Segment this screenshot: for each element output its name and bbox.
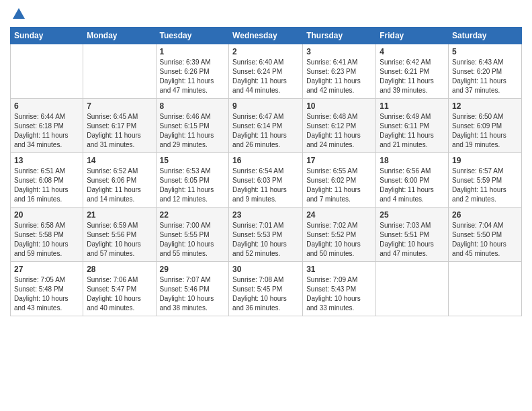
header-row: SundayMondayTuesdayWednesdayThursdayFrid…	[11, 28, 522, 44]
day-info: Sunrise: 6:48 AMSunset: 6:12 PMDaylight:…	[306, 112, 372, 150]
week-row-2: 6Sunrise: 6:44 AMSunset: 6:18 PMDaylight…	[11, 99, 522, 153]
day-info: Sunrise: 6:57 AMSunset: 5:59 PMDaylight:…	[452, 167, 518, 204]
page: SundayMondayTuesdayWednesdayThursdayFrid…	[0, 0, 532, 411]
header-cell-friday: Friday	[376, 28, 449, 44]
day-cell: 17Sunrise: 6:55 AMSunset: 6:02 PMDayligh…	[303, 153, 376, 208]
day-number: 2	[232, 47, 299, 56]
day-cell: 4Sunrise: 6:42 AMSunset: 6:21 PMDaylight…	[376, 44, 449, 99]
day-info: Sunrise: 6:42 AMSunset: 6:21 PMDaylight:…	[380, 58, 445, 95]
day-cell: 24Sunrise: 7:02 AMSunset: 5:52 PMDayligh…	[303, 208, 376, 262]
week-row-1: 1Sunrise: 6:39 AMSunset: 6:26 PMDaylight…	[11, 44, 522, 99]
day-info: Sunrise: 7:05 AMSunset: 5:48 PMDaylight:…	[14, 275, 79, 313]
day-cell: 12Sunrise: 6:50 AMSunset: 6:09 PMDayligh…	[449, 99, 522, 153]
day-cell: 10Sunrise: 6:48 AMSunset: 6:12 PMDayligh…	[303, 99, 376, 153]
day-info: Sunrise: 6:40 AMSunset: 6:24 PMDaylight:…	[232, 58, 299, 95]
day-number: 1	[160, 47, 226, 56]
day-number: 25	[380, 210, 445, 220]
day-number: 22	[160, 210, 226, 220]
day-cell: 3Sunrise: 6:41 AMSunset: 6:23 PMDaylight…	[303, 44, 376, 99]
day-info: Sunrise: 6:39 AMSunset: 6:26 PMDaylight:…	[160, 58, 226, 95]
day-cell: 11Sunrise: 6:49 AMSunset: 6:11 PMDayligh…	[376, 99, 449, 153]
day-info: Sunrise: 6:45 AMSunset: 6:17 PMDaylight:…	[87, 112, 152, 150]
day-cell: 30Sunrise: 7:08 AMSunset: 5:45 PMDayligh…	[229, 262, 303, 316]
day-number: 31	[306, 265, 372, 274]
day-number: 4	[380, 47, 445, 56]
day-info: Sunrise: 7:03 AMSunset: 5:51 PMDaylight:…	[380, 221, 445, 259]
day-number: 6	[14, 101, 79, 111]
day-info: Sunrise: 7:08 AMSunset: 5:45 PMDaylight:…	[232, 275, 299, 313]
day-cell: 31Sunrise: 7:09 AMSunset: 5:43 PMDayligh…	[303, 262, 376, 316]
day-number: 13	[14, 156, 79, 165]
svg-marker-0	[13, 8, 25, 19]
day-number: 3	[306, 47, 372, 56]
header-cell-sunday: Sunday	[11, 28, 83, 44]
day-info: Sunrise: 7:07 AMSunset: 5:46 PMDaylight:…	[160, 275, 226, 313]
day-info: Sunrise: 7:02 AMSunset: 5:52 PMDaylight:…	[306, 221, 372, 259]
day-cell: 7Sunrise: 6:45 AMSunset: 6:17 PMDaylight…	[83, 99, 156, 153]
day-cell: 2Sunrise: 6:40 AMSunset: 6:24 PMDaylight…	[229, 44, 303, 99]
day-number: 8	[160, 101, 226, 111]
day-cell: 19Sunrise: 6:57 AMSunset: 5:59 PMDayligh…	[449, 153, 522, 208]
day-number: 24	[306, 210, 372, 220]
day-number: 10	[306, 101, 372, 111]
header	[10, 7, 522, 21]
day-cell: 14Sunrise: 6:52 AMSunset: 6:06 PMDayligh…	[83, 153, 156, 208]
day-cell: 16Sunrise: 6:54 AMSunset: 6:03 PMDayligh…	[229, 153, 303, 208]
day-cell	[376, 262, 449, 316]
day-info: Sunrise: 6:59 AMSunset: 5:56 PMDaylight:…	[87, 221, 152, 259]
day-number: 17	[306, 156, 372, 165]
day-cell	[449, 262, 522, 316]
day-number: 29	[160, 265, 226, 274]
header-cell-saturday: Saturday	[449, 28, 522, 44]
day-number: 27	[14, 265, 79, 274]
day-cell: 8Sunrise: 6:46 AMSunset: 6:15 PMDaylight…	[156, 99, 229, 153]
day-info: Sunrise: 6:49 AMSunset: 6:11 PMDaylight:…	[380, 112, 445, 150]
day-info: Sunrise: 6:55 AMSunset: 6:02 PMDaylight:…	[306, 167, 372, 204]
day-number: 23	[232, 210, 299, 220]
day-info: Sunrise: 6:56 AMSunset: 6:00 PMDaylight:…	[380, 167, 445, 204]
day-info: Sunrise: 6:44 AMSunset: 6:18 PMDaylight:…	[14, 112, 79, 150]
logo	[10, 7, 26, 21]
day-cell: 28Sunrise: 7:06 AMSunset: 5:47 PMDayligh…	[83, 262, 156, 316]
day-number: 15	[160, 156, 226, 165]
day-cell: 9Sunrise: 6:47 AMSunset: 6:14 PMDaylight…	[229, 99, 303, 153]
day-number: 18	[380, 156, 445, 165]
day-number: 14	[87, 156, 152, 165]
day-info: Sunrise: 6:43 AMSunset: 6:20 PMDaylight:…	[452, 58, 518, 95]
day-number: 30	[232, 265, 299, 274]
day-info: Sunrise: 6:47 AMSunset: 6:14 PMDaylight:…	[232, 112, 299, 150]
day-cell: 6Sunrise: 6:44 AMSunset: 6:18 PMDaylight…	[11, 99, 83, 153]
day-cell: 20Sunrise: 6:58 AMSunset: 5:58 PMDayligh…	[11, 208, 83, 262]
day-cell: 23Sunrise: 7:01 AMSunset: 5:53 PMDayligh…	[229, 208, 303, 262]
day-info: Sunrise: 6:54 AMSunset: 6:03 PMDaylight:…	[232, 167, 299, 204]
day-cell: 29Sunrise: 7:07 AMSunset: 5:46 PMDayligh…	[156, 262, 229, 316]
header-cell-wednesday: Wednesday	[229, 28, 303, 44]
day-number: 19	[452, 156, 518, 165]
day-info: Sunrise: 6:50 AMSunset: 6:09 PMDaylight:…	[452, 112, 518, 150]
day-info: Sunrise: 6:53 AMSunset: 6:05 PMDaylight:…	[160, 167, 226, 204]
day-cell	[83, 44, 156, 99]
day-cell: 21Sunrise: 6:59 AMSunset: 5:56 PMDayligh…	[83, 208, 156, 262]
day-info: Sunrise: 7:01 AMSunset: 5:53 PMDaylight:…	[232, 221, 299, 259]
day-number: 5	[452, 47, 518, 56]
day-cell: 15Sunrise: 6:53 AMSunset: 6:05 PMDayligh…	[156, 153, 229, 208]
day-cell: 13Sunrise: 6:51 AMSunset: 6:08 PMDayligh…	[11, 153, 83, 208]
header-cell-thursday: Thursday	[303, 28, 376, 44]
day-number: 26	[452, 210, 518, 220]
day-cell: 26Sunrise: 7:04 AMSunset: 5:50 PMDayligh…	[449, 208, 522, 262]
day-number: 20	[14, 210, 79, 220]
day-info: Sunrise: 7:00 AMSunset: 5:55 PMDaylight:…	[160, 221, 226, 259]
day-number: 28	[87, 265, 152, 274]
day-number: 9	[232, 101, 299, 111]
day-info: Sunrise: 6:46 AMSunset: 6:15 PMDaylight:…	[160, 112, 226, 150]
day-cell: 22Sunrise: 7:00 AMSunset: 5:55 PMDayligh…	[156, 208, 229, 262]
week-row-4: 20Sunrise: 6:58 AMSunset: 5:58 PMDayligh…	[11, 208, 522, 262]
day-info: Sunrise: 6:51 AMSunset: 6:08 PMDaylight:…	[14, 167, 79, 204]
day-info: Sunrise: 6:52 AMSunset: 6:06 PMDaylight:…	[87, 167, 152, 204]
day-info: Sunrise: 6:41 AMSunset: 6:23 PMDaylight:…	[306, 58, 372, 95]
logo-icon	[11, 7, 26, 21]
day-number: 12	[452, 101, 518, 111]
calendar-table: SundayMondayTuesdayWednesdayThursdayFrid…	[10, 27, 522, 316]
day-cell: 18Sunrise: 6:56 AMSunset: 6:00 PMDayligh…	[376, 153, 449, 208]
day-cell	[11, 44, 83, 99]
